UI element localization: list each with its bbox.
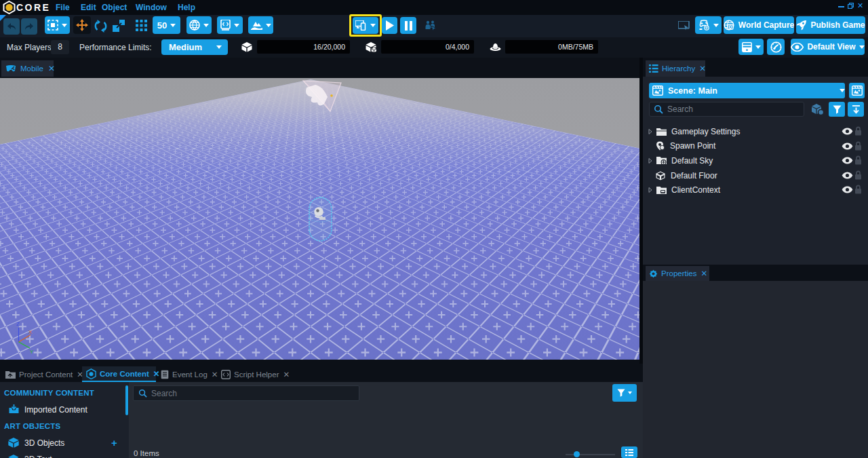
svg-text:Z: Z [16,321,20,327]
svg-text:Y: Y [30,349,34,355]
svg-text:X: X [28,329,33,335]
